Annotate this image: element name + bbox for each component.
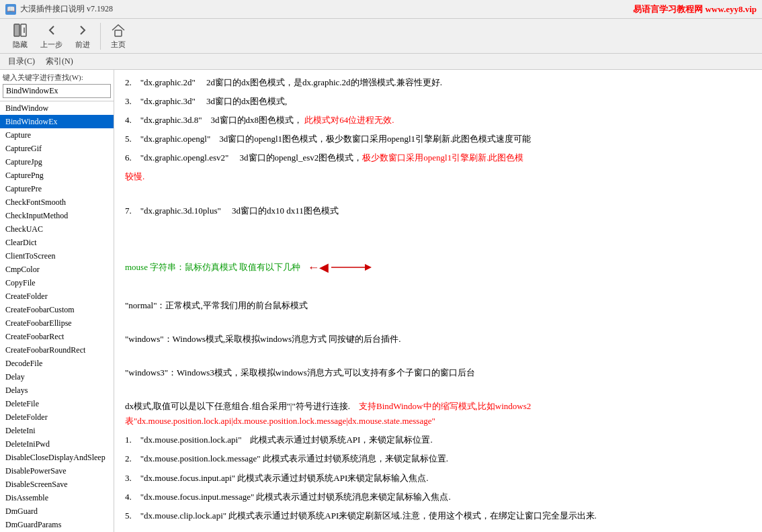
home-label: 主页 [111, 40, 126, 50]
function-list-item[interactable]: CopyFile [0, 276, 114, 290]
function-list-item[interactable]: BindWindow [0, 101, 114, 115]
hide-button[interactable]: 隐藏 [5, 19, 35, 52]
function-list-item[interactable]: DeleteIni [0, 424, 114, 437]
windows-mode: "windows"：Windows模式,采取模拟windows消息方式 同按键的… [125, 332, 751, 347]
red-arrow [331, 261, 372, 274]
function-list-item[interactable]: DeleteIniPwd [0, 437, 114, 451]
toolbar: 隐藏 上一步 前进 主页 [0, 19, 762, 54]
function-list-item[interactable]: DeleteFolder [0, 410, 114, 424]
hide-label: 隐藏 [13, 40, 28, 50]
function-list-item[interactable]: CreateFolder [0, 290, 114, 303]
title-bar: 📖 大漠插件接口说明 v7.1928 易语言学习教程网 www.eyy8.vip [0, 0, 762, 19]
function-list[interactable]: BindWindowBindWindowExCaptureCaptureGifC… [0, 101, 114, 532]
function-list-item[interactable]: DmGuard [0, 504, 114, 518]
menu-contents[interactable]: 目录(C) [3, 54, 40, 69]
home-icon [110, 22, 126, 38]
function-list-item[interactable]: DisableCloseDisplayAndSleep [0, 451, 114, 464]
function-list-item[interactable]: CreateFoobarRoundRect [0, 343, 114, 357]
svg-rect-1 [21, 24, 26, 36]
function-list-item[interactable]: DisablePowerSave [0, 464, 114, 478]
mouse-header: mouse 字符串：鼠标仿真模式 取值有以下几种 ←◀ [125, 257, 751, 278]
title-bar-text: 大漠插件接口说明 v7.1928 [20, 3, 633, 15]
normal-mode: "normal"：正常模式,平常我们用的前台鼠标模式 [125, 298, 751, 313]
forward-label: 前进 [75, 40, 90, 50]
function-list-item[interactable]: ClearDict [0, 236, 114, 249]
function-list-item[interactable]: CapturePre [0, 182, 114, 195]
search-area: 键入关键字进行查找(W): [0, 70, 114, 101]
toolbar-separator [100, 23, 101, 50]
search-label: 键入关键字进行查找(W): [3, 73, 111, 83]
function-list-item[interactable]: Delay [0, 370, 114, 384]
dx-mouse-1: 1. "dx.mouse.position.lock.api" 此模式表示通过封… [125, 433, 751, 447]
function-list-item[interactable]: Capture [0, 128, 114, 142]
back-icon [44, 22, 60, 38]
function-list-item[interactable]: CheckFontSmooth [0, 195, 114, 209]
dx-mouse-2: 2. "dx.mouse.position.lock.message" 此模式表… [125, 451, 751, 466]
content-line-7: 7. "dx.graphic.3d.10plus" 3d窗口的dx10 dx11… [125, 204, 751, 218]
content-line-5: 5. "dx.graphic.opengl" 3d窗口的opengl1图色模式，… [125, 132, 751, 146]
brand-text: 易语言学习教程网 www.eyy8.vip [633, 3, 757, 15]
function-list-item[interactable]: Delays [0, 384, 114, 397]
left-panel: 键入关键字进行查找(W): BindWindowBindWindowExCapt… [0, 70, 114, 532]
right-panel: 2. "dx.graphic.2d" 2d窗口的dx图色模式，是dx.graph… [114, 70, 762, 532]
home-button[interactable]: 主页 [103, 19, 133, 52]
content-line-3: 3. "dx.graphic.3d" 3d窗口的dx图色模式, [125, 94, 751, 109]
function-list-item[interactable]: CreateFoobarCustom [0, 303, 114, 316]
arrow-icon: ←◀ [307, 257, 329, 278]
search-input[interactable] [3, 84, 111, 98]
svg-rect-3 [115, 30, 122, 36]
dx-mode-intro: dx模式,取值可以是以下任意组合.组合采用"|"符号进行连接. 支持BindWi… [125, 399, 751, 429]
function-list-item[interactable]: DmGuardParams [0, 518, 114, 531]
content-line-4: 4. "dx.graphic.3d.8" 3d窗口的dx8图色模式， 此模式对6… [125, 113, 751, 128]
dx-mouse-3: 3. "dx.mouse.focus.input.api" 此模式表示通过封锁系… [125, 471, 751, 486]
content-line-2: 2. "dx.graphic.2d" 2d窗口的dx图色模式，是dx.graph… [125, 75, 751, 90]
function-list-item[interactable]: CreateFoobarRect [0, 330, 114, 343]
back-button[interactable]: 上一步 [35, 19, 68, 52]
mouse-header-text: mouse 字符串：鼠标仿真模式 取值有以下几种 [125, 260, 300, 275]
hide-icon [12, 22, 28, 38]
function-list-item[interactable]: CapturePng [0, 169, 114, 182]
main-layout: 键入关键字进行查找(W): BindWindowBindWindowExCapt… [0, 70, 762, 532]
function-list-item[interactable]: ClientToScreen [0, 249, 114, 263]
function-list-item[interactable]: DecodeFile [0, 357, 114, 370]
dx-mouse-4: 4. "dx.mouse.focus.input.message" 此模式表示通… [125, 490, 751, 504]
function-list-item[interactable]: CaptureGif [0, 142, 114, 155]
forward-button[interactable]: 前进 [68, 19, 97, 52]
function-list-item[interactable]: CreateFoobarEllipse [0, 316, 114, 330]
dx-mouse-5: 5. "dx.mouse.clip.lock.api" 此模式表示通过封锁系统A… [125, 508, 751, 523]
svg-rect-0 [14, 24, 19, 36]
menu-bar: 目录(C) 索引(N) [0, 54, 762, 70]
content-line-6b: 较慢. [125, 169, 751, 184]
function-list-item[interactable]: CheckInputMethod [0, 209, 114, 222]
content-line-6: 6. "dx.graphic.opengl.esv2" 3d窗口的opengl_… [125, 150, 751, 165]
function-list-item[interactable]: CmpColor [0, 263, 114, 276]
function-list-item[interactable]: DisAssemble [0, 491, 114, 504]
svg-marker-5 [365, 264, 372, 271]
function-list-item[interactable]: CaptureJpg [0, 155, 114, 169]
function-list-item[interactable]: DeleteFile [0, 397, 114, 410]
function-list-item[interactable]: BindWindowEx [0, 115, 114, 128]
function-list-item[interactable]: DisableScreenSave [0, 478, 114, 491]
app-icon: 📖 [5, 4, 16, 15]
back-label: 上一步 [40, 40, 62, 50]
windows3-mode: "windows3"：Windows3模式，采取模拟windows消息方式,可以… [125, 365, 751, 380]
function-list-item[interactable]: CheckUAC [0, 222, 114, 236]
menu-index[interactable]: 索引(N) [40, 54, 79, 69]
forward-icon [75, 22, 91, 38]
